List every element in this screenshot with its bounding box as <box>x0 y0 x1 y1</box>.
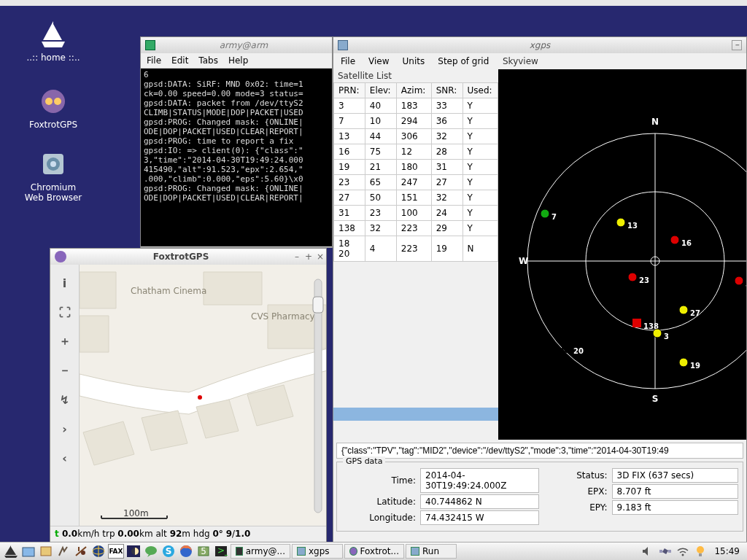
svg-rect-52 <box>668 550 671 553</box>
table-row[interactable]: 192118031Y <box>334 160 498 175</box>
gps-position-marker <box>198 395 202 400</box>
app-icon[interactable] <box>55 544 71 559</box>
sailboat-icon <box>20 19 86 50</box>
column-header[interactable]: Elev: <box>365 83 396 98</box>
column-header[interactable]: Used: <box>462 83 498 98</box>
table-row[interactable]: 16751228Y <box>334 144 498 160</box>
minimize-button[interactable]: – <box>732 40 742 50</box>
svg-text:23: 23 <box>639 276 649 284</box>
fax-icon[interactable]: FAX <box>108 544 124 559</box>
desktop-icon-label: Chromium Web Browser <box>20 182 86 203</box>
table-row[interactable]: 1383222329Y <box>334 221 498 236</box>
desktop-icon-home[interactable]: ..:: home ::.. <box>20 19 86 63</box>
desktop-icon-chromium[interactable]: Chromium Web Browser <box>20 149 86 203</box>
taskbar-task-xgps[interactable]: xgps <box>292 544 343 559</box>
skyview-pane: Skyview N S W 7131623271383201931 <box>498 69 746 440</box>
menu-view[interactable]: View <box>368 56 389 66</box>
svg-point-19 <box>679 306 688 314</box>
satellite-marker: 20 <box>562 343 584 355</box>
menu-file[interactable]: File <box>341 56 355 66</box>
svg-text:7: 7 <box>551 213 557 221</box>
globe-icon[interactable] <box>90 544 107 559</box>
tray-bulb-icon[interactable] <box>692 544 708 559</box>
terminal-output[interactable]: 6 gpsd:DATA: SiRF: MND 0x02: time=1 ck=0… <box>141 69 332 246</box>
svg-rect-50 <box>662 548 668 554</box>
app-icon[interactable]: 5 <box>196 544 212 559</box>
menu-help[interactable]: Help <box>228 55 248 66</box>
table-row[interactable]: 312310024Y <box>334 206 498 221</box>
map-area[interactable]: i⛶＋－↯›‹ Chatham Cinema CVS Pharmacy 100m <box>50 265 326 526</box>
svg-point-54 <box>697 546 704 553</box>
desktop-icon-foxtrotgps[interactable]: FoxtrotGPS <box>20 86 86 130</box>
menu-edit[interactable]: Edit <box>171 55 188 66</box>
gps-field: EPX:8.707 ft <box>561 484 738 499</box>
taskbar-clock[interactable]: 15:49 <box>710 546 744 556</box>
menu-file[interactable]: File <box>147 55 161 66</box>
minimize-button[interactable]: – <box>291 252 303 262</box>
skyview-plot: N S W 7131623271383201931 <box>498 69 746 440</box>
fullscreen-button[interactable]: ⛶ <box>57 304 73 320</box>
menu-stepgrid[interactable]: Step of grid <box>438 56 489 66</box>
taskbar-task-foxtrot[interactable]: Foxtrot... <box>344 544 404 559</box>
table-row[interactable]: 1820422319N <box>334 236 498 262</box>
svg-text:31: 31 <box>746 280 746 288</box>
foxtrot-icon <box>55 251 66 262</box>
table-row[interactable]: 134430632Y <box>334 129 498 144</box>
table-row[interactable]: 71029436Y <box>334 114 498 129</box>
tpv-json-line[interactable]: {"class":"TPV","tag":"MID2","device":"/d… <box>336 443 743 459</box>
place-cvs: CVS Pharmacy <box>251 311 315 322</box>
zoom-in-button[interactable]: ＋ <box>57 333 73 349</box>
zoom-slider-track[interactable] <box>314 279 322 513</box>
app-icon[interactable] <box>38 544 54 559</box>
svg-point-2 <box>54 98 61 105</box>
taskbar[interactable]: FAX S 5 >_ army@... xgps Foxtrot... Run … <box>0 542 747 560</box>
next-button[interactable]: › <box>57 421 73 437</box>
chromium-icon <box>20 149 86 179</box>
terminal-icon <box>145 40 155 50</box>
table-row[interactable]: 34018333Y <box>334 98 498 114</box>
table-row[interactable]: 236524727Y <box>334 175 498 190</box>
taskbar-task-run[interactable]: Run <box>406 544 457 559</box>
svg-text:3: 3 <box>664 332 669 341</box>
skype-icon[interactable]: S <box>160 544 177 559</box>
table-row[interactable]: 275015132Y <box>334 190 498 206</box>
app-icon[interactable] <box>73 544 89 559</box>
prev-button[interactable]: ‹ <box>57 450 73 466</box>
compass-w: W <box>519 256 528 266</box>
column-header[interactable]: Azim: <box>396 83 431 98</box>
xgps-titlebar[interactable]: xgps – <box>333 37 746 53</box>
launcher-icon[interactable] <box>3 544 19 559</box>
terminal-launcher-icon[interactable]: >_ <box>213 544 229 559</box>
tray-satellite-icon[interactable] <box>657 544 673 559</box>
column-header[interactable]: SNR: <box>431 83 462 98</box>
tray-volume-icon[interactable] <box>640 544 656 559</box>
satellite-marker: 16 <box>670 236 692 247</box>
stellarium-icon[interactable] <box>125 544 142 559</box>
menu-units[interactable]: Units <box>403 56 425 66</box>
menu-tabs[interactable]: Tabs <box>198 55 218 66</box>
zoom-slider-thumb[interactable] <box>313 297 323 313</box>
track-button[interactable]: ↯ <box>57 392 73 408</box>
foxtrot-titlebar[interactable]: FoxtrotGPS – + × <box>50 249 326 265</box>
map-canvas[interactable]: Chatham Cinema CVS Pharmacy 100m <box>80 265 326 526</box>
place-chatham: Chatham Cinema <box>131 286 206 296</box>
filemanager-icon[interactable] <box>20 544 36 559</box>
satellite-marker: 13 <box>616 218 638 230</box>
terminal-titlebar[interactable]: army@arm <box>141 37 332 53</box>
chat-icon[interactable] <box>143 544 159 559</box>
terminal-window[interactable]: army@arm File Edit Tabs Help 6 gpsd:DATA… <box>140 36 333 248</box>
xgps-window[interactable]: xgps – File View Units Step of grid Sate… <box>333 36 747 545</box>
foxtrotgps-window[interactable]: FoxtrotGPS – + × i⛶＋－↯›‹ Chatham Cinema … <box>50 248 327 543</box>
firefox-icon[interactable] <box>178 544 194 559</box>
column-header[interactable]: PRN: <box>334 83 365 98</box>
zoom-out-button[interactable]: － <box>57 362 73 378</box>
taskbar-task-terminal[interactable]: army@... <box>231 544 290 559</box>
info-button[interactable]: i <box>57 275 73 291</box>
svg-point-27 <box>679 358 688 367</box>
close-button[interactable]: × <box>314 252 326 262</box>
tray-wifi-icon[interactable] <box>675 544 691 559</box>
satellite-marker: 23 <box>628 273 649 284</box>
svg-point-29 <box>735 276 743 285</box>
maximize-button[interactable]: + <box>303 252 314 262</box>
map-toolbar: i⛶＋－↯›‹ <box>50 265 80 526</box>
